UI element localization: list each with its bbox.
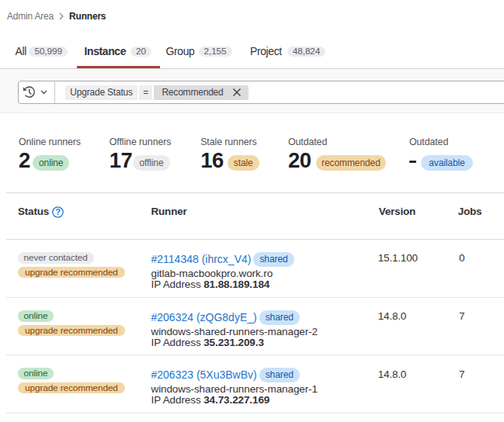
svg-text:?: ?: [55, 207, 60, 216]
